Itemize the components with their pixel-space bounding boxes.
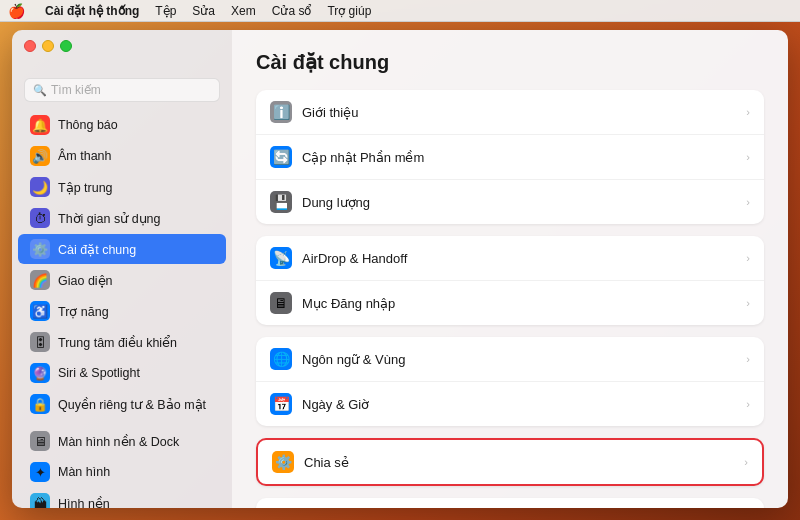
quyen-rieng-tu-label: Quyền riêng tư & Bảo mật (58, 397, 206, 412)
row-chia-se[interactable]: ⚙️ Chia sẻ › (258, 440, 762, 484)
tap-trung-label: Tập trung (58, 180, 113, 195)
am-thanh-label: Âm thanh (58, 149, 112, 163)
row-dung-luong[interactable]: 💾 Dung lượng › (256, 180, 764, 224)
settings-group-5: 🕐 Time Machine › (256, 498, 764, 508)
menubar-view[interactable]: Xem (231, 4, 256, 18)
ngon-ngu-chevron: › (746, 353, 750, 365)
row-airdrop-handoff[interactable]: 📡 AirDrop & Handoff › (256, 236, 764, 281)
apple-menu[interactable]: 🍎 (8, 3, 25, 19)
maximize-button[interactable] (60, 40, 72, 52)
ngon-ngu-label: Ngôn ngữ & Vùng (302, 352, 736, 367)
sidebar-item-thoi-gian-su-dung[interactable]: ⏱ Thời gian sử dụng (18, 203, 226, 233)
sidebar-item-man-hinh[interactable]: ✦ Màn hình (18, 457, 226, 487)
trung-tam-dieu-khien-label: Trung tâm điều khiển (58, 335, 177, 350)
tap-trung-icon: 🌙 (30, 177, 50, 197)
airdrop-chevron: › (746, 252, 750, 264)
thoi-gian-su-dung-label: Thời gian sử dụng (58, 211, 161, 226)
cap-nhat-icon: 🔄 (270, 146, 292, 168)
sidebar-item-am-thanh[interactable]: 🔊 Âm thanh (18, 141, 226, 171)
row-ngay-gio[interactable]: 📅 Ngày & Giờ › (256, 382, 764, 426)
search-bar[interactable]: 🔍 Tìm kiếm (24, 78, 220, 102)
chia-se-chevron: › (744, 456, 748, 468)
menubar-edit[interactable]: Sửa (192, 4, 215, 18)
sidebar-item-siri-spotlight[interactable]: 🔮 Siri & Spotlight (18, 358, 226, 388)
dung-luong-icon: 💾 (270, 191, 292, 213)
settings-group-3: 🌐 Ngôn ngữ & Vùng › 📅 Ngày & Giờ › (256, 337, 764, 426)
sidebar-item-giao-dien[interactable]: 🌈 Giao diện (18, 265, 226, 295)
thoi-gian-su-dung-icon: ⏱ (30, 208, 50, 228)
cap-nhat-chevron: › (746, 151, 750, 163)
main-content: Cài đặt chung ℹ️ Giới thiệu › 🔄 Cập nhật… (232, 30, 788, 508)
settings-group-2: 📡 AirDrop & Handoff › 🖥 Mục Đăng nhập › (256, 236, 764, 325)
sidebar: 🔍 Tìm kiếm 🔔 Thông báo 🔊 Âm thanh 🌙 Tập … (12, 30, 232, 508)
dung-luong-chevron: › (746, 196, 750, 208)
muc-dang-nhap-icon: 🖥 (270, 292, 292, 314)
sidebar-list: 🔔 Thông báo 🔊 Âm thanh 🌙 Tập trung ⏱ Thờ… (12, 110, 232, 508)
cap-nhat-label: Cập nhật Phần mềm (302, 150, 736, 165)
ngon-ngu-icon: 🌐 (270, 348, 292, 370)
settings-group-4: ⚙️ Chia sẻ › (256, 438, 764, 486)
sidebar-item-thong-bao[interactable]: 🔔 Thông báo (18, 110, 226, 140)
airdrop-icon: 📡 (270, 247, 292, 269)
tro-nang-label: Trợ năng (58, 304, 109, 319)
traffic-lights (12, 40, 84, 52)
siri-spotlight-icon: 🔮 (30, 363, 50, 383)
sidebar-item-trung-tam-dieu-khien[interactable]: 🎛 Trung tâm điều khiển (18, 327, 226, 357)
page-title: Cài đặt chung (256, 50, 764, 74)
cai-dat-chung-label: Cài đặt chung (58, 242, 136, 257)
gioi-thieu-label: Giới thiệu (302, 105, 736, 120)
row-gioi-thieu[interactable]: ℹ️ Giới thiệu › (256, 90, 764, 135)
thong-bao-label: Thông báo (58, 118, 118, 132)
chia-se-label: Chia sẻ (304, 455, 734, 470)
sidebar-item-hinh-nen[interactable]: 🏔 Hình nền (18, 488, 226, 508)
thong-bao-icon: 🔔 (30, 115, 50, 135)
minimize-button[interactable] (42, 40, 54, 52)
menubar-app-name[interactable]: Cài đặt hệ thống (45, 4, 139, 18)
close-button[interactable] (24, 40, 36, 52)
airdrop-label: AirDrop & Handoff (302, 251, 736, 266)
cai-dat-chung-icon: ⚙️ (30, 239, 50, 259)
am-thanh-icon: 🔊 (30, 146, 50, 166)
gioi-thieu-icon: ℹ️ (270, 101, 292, 123)
sidebar-item-quyen-rieng-tu[interactable]: 🔒 Quyền riêng tư & Bảo mật (18, 389, 226, 419)
sidebar-item-cai-dat-chung[interactable]: ⚙️ Cài đặt chung (18, 234, 226, 264)
man-hinh-nen-dock-label: Màn hình nền & Dock (58, 434, 179, 449)
giao-dien-icon: 🌈 (30, 270, 50, 290)
muc-dang-nhap-label: Mục Đăng nhập (302, 296, 736, 311)
menubar-window[interactable]: Cửa sổ (272, 4, 312, 18)
man-hinh-icon: ✦ (30, 462, 50, 482)
man-hinh-nen-dock-icon: 🖥 (30, 431, 50, 451)
chia-se-icon: ⚙️ (272, 451, 294, 473)
sidebar-item-tro-nang[interactable]: ♿ Trợ năng (18, 296, 226, 326)
man-hinh-label: Màn hình (58, 465, 110, 479)
menubar: 🍎 Cài đặt hệ thống Tệp Sửa Xem Cửa sổ Tr… (0, 0, 800, 22)
ngay-gio-icon: 📅 (270, 393, 292, 415)
quyen-rieng-tu-icon: 🔒 (30, 394, 50, 414)
search-icon: 🔍 (33, 84, 47, 97)
row-muc-dang-nhap[interactable]: 🖥 Mục Đăng nhập › (256, 281, 764, 325)
sidebar-item-tap-trung[interactable]: 🌙 Tập trung (18, 172, 226, 202)
siri-spotlight-label: Siri & Spotlight (58, 366, 140, 380)
muc-dang-nhap-chevron: › (746, 297, 750, 309)
trung-tam-dieu-khien-icon: 🎛 (30, 332, 50, 352)
sidebar-item-man-hinh-nen-dock[interactable]: 🖥 Màn hình nền & Dock (18, 426, 226, 456)
gioi-thieu-chevron: › (746, 106, 750, 118)
system-preferences-window: 🔍 Tìm kiếm 🔔 Thông báo 🔊 Âm thanh 🌙 Tập … (12, 30, 788, 508)
settings-group-1: ℹ️ Giới thiệu › 🔄 Cập nhật Phần mềm › 💾 … (256, 90, 764, 224)
ngay-gio-chevron: › (746, 398, 750, 410)
dung-luong-label: Dung lượng (302, 195, 736, 210)
row-cap-nhat-phan-mem[interactable]: 🔄 Cập nhật Phần mềm › (256, 135, 764, 180)
hinh-nen-icon: 🏔 (30, 493, 50, 508)
tro-nang-icon: ♿ (30, 301, 50, 321)
hinh-nen-label: Hình nền (58, 496, 110, 509)
row-ngon-ngu-vung[interactable]: 🌐 Ngôn ngữ & Vùng › (256, 337, 764, 382)
menubar-file[interactable]: Tệp (155, 4, 176, 18)
ngay-gio-label: Ngày & Giờ (302, 397, 736, 412)
row-time-machine[interactable]: 🕐 Time Machine › (256, 498, 764, 508)
search-placeholder: Tìm kiếm (51, 83, 101, 97)
menubar-help[interactable]: Trợ giúp (327, 4, 371, 18)
giao-dien-label: Giao diện (58, 273, 113, 288)
